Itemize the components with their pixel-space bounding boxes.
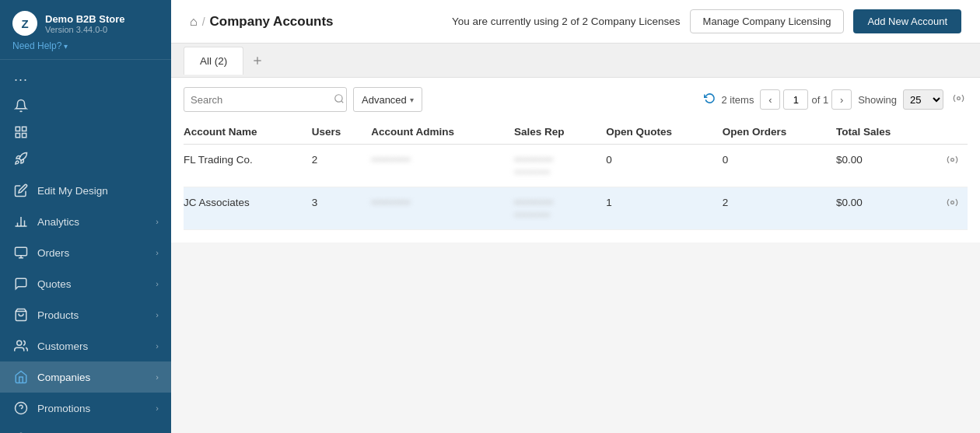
chevron-right-icon: › bbox=[156, 372, 159, 382]
tab-add-button[interactable] bbox=[243, 50, 271, 72]
rocket-icon bbox=[12, 150, 30, 167]
bar-chart-icon bbox=[12, 213, 30, 230]
table-row: JC Associates 3 •••••••••••• •••••••••••… bbox=[184, 187, 968, 230]
per-page-select[interactable]: 25 50 100 bbox=[903, 89, 943, 110]
svg-point-26 bbox=[951, 159, 954, 162]
grid-icon bbox=[12, 124, 30, 141]
sidebar-item-promotions[interactable]: Promotions › bbox=[0, 393, 171, 424]
home-icon[interactable]: ⌂ bbox=[190, 15, 198, 29]
sidebar-item-customers[interactable]: Customers › bbox=[0, 330, 171, 361]
svg-point-23 bbox=[335, 94, 342, 101]
chevron-down-icon: ▾ bbox=[410, 96, 414, 104]
col-account-admins: Account Admins bbox=[371, 120, 514, 145]
svg-rect-1 bbox=[23, 127, 26, 131]
cell-open-quotes: 1 bbox=[606, 187, 723, 230]
sidebar-item-dots[interactable]: ··· bbox=[0, 66, 171, 93]
sidebar-item-quotes[interactable]: Quotes › bbox=[0, 268, 171, 299]
sidebar-item-label: Products bbox=[37, 309, 156, 321]
content-area: All (2) Advanced ▾ bbox=[171, 44, 980, 433]
cell-row-actions bbox=[935, 187, 968, 230]
topbar: ⌂ / Company Accounts You are currently u… bbox=[171, 0, 980, 44]
chevron-right-icon: › bbox=[156, 248, 159, 257]
main-area: ⌂ / Company Accounts You are currently u… bbox=[171, 0, 980, 433]
sidebar-item-label: Customers bbox=[37, 340, 156, 352]
table-body: FL Trading Co. 2 •••••••••••• ••••••••••… bbox=[184, 145, 968, 230]
logo-icon: Z bbox=[12, 11, 37, 36]
row-settings-button[interactable] bbox=[947, 197, 958, 211]
manage-licensing-button[interactable]: Manage Company Licensing bbox=[690, 9, 845, 33]
store-info: Demo B2B Store Version 3.44.0-0 bbox=[45, 13, 125, 34]
chevron-right-icon: › bbox=[156, 341, 159, 351]
svg-rect-0 bbox=[16, 127, 19, 131]
sidebar-header: Z Demo B2B Store Version 3.44.0-0 Need H… bbox=[0, 0, 171, 60]
blurred-admin-email: •••••••••••• bbox=[371, 197, 410, 208]
toolbar-right: 2 items ‹ of 1 › Showing 25 50 100 bbox=[704, 89, 968, 110]
tab-all[interactable]: All (2) bbox=[184, 47, 243, 75]
cell-open-orders: 0 bbox=[723, 145, 836, 187]
sidebar-item-label: Companies bbox=[37, 372, 156, 383]
cell-sales-rep: •••••••••••• •••••••••••• bbox=[514, 145, 606, 187]
bell-icon bbox=[12, 97, 30, 114]
items-count: 2 items bbox=[722, 94, 754, 106]
store-name: Demo B2B Store bbox=[45, 13, 125, 25]
sidebar-item-label: Edit My Design bbox=[37, 185, 159, 197]
blurred-sales-rep-2: •••••••••••• bbox=[514, 167, 550, 176]
search-wrap bbox=[184, 87, 347, 112]
pagination: ‹ of 1 › bbox=[760, 89, 852, 110]
companies-icon bbox=[12, 368, 30, 386]
sidebar-item-orders[interactable]: Orders › bbox=[0, 237, 171, 268]
more-icon: ··· bbox=[12, 71, 30, 88]
col-total-sales: Total Sales bbox=[836, 120, 935, 145]
sidebar-nav: ··· Edit My Design bbox=[0, 60, 171, 433]
page-input[interactable] bbox=[783, 89, 808, 110]
page-title: Company Accounts bbox=[210, 14, 334, 30]
svg-point-25 bbox=[957, 97, 961, 100]
blurred-sales-rep-2: •••••••••••• bbox=[514, 210, 550, 219]
sidebar-item-blog[interactable]: Blog › bbox=[0, 424, 171, 433]
sidebar-item-rocket[interactable] bbox=[0, 145, 171, 172]
column-settings-button[interactable] bbox=[950, 91, 968, 108]
search-input[interactable] bbox=[184, 91, 327, 109]
table-row: FL Trading Co. 2 •••••••••••• ••••••••••… bbox=[184, 145, 968, 187]
cell-account-name: JC Associates bbox=[184, 187, 312, 230]
sidebar-item-notifications[interactable] bbox=[0, 93, 171, 119]
sidebar-item-grid[interactable] bbox=[0, 119, 171, 145]
cell-open-orders: 2 bbox=[723, 187, 836, 230]
need-help-link[interactable]: Need Help? ▾ bbox=[12, 40, 159, 51]
col-open-quotes: Open Quotes bbox=[606, 120, 723, 145]
cell-account-admins: •••••••••••• bbox=[371, 187, 514, 230]
products-icon bbox=[12, 306, 30, 323]
cell-account-name: FL Trading Co. bbox=[184, 145, 312, 187]
sidebar-item-label: Promotions bbox=[37, 403, 156, 414]
breadcrumb-separator: / bbox=[202, 16, 205, 28]
svg-rect-3 bbox=[23, 134, 26, 138]
store-version: Version 3.44.0-0 bbox=[45, 25, 125, 34]
svg-rect-8 bbox=[16, 247, 27, 256]
edit-icon bbox=[12, 182, 30, 199]
chevron-right-icon: › bbox=[156, 279, 159, 288]
next-page-button[interactable]: › bbox=[831, 89, 852, 110]
col-sales-rep: Sales Rep bbox=[514, 120, 606, 145]
refresh-button[interactable] bbox=[704, 93, 716, 107]
cell-users: 2 bbox=[312, 145, 372, 187]
advanced-filter-button[interactable]: Advanced ▾ bbox=[353, 87, 422, 112]
svg-line-24 bbox=[341, 100, 344, 103]
chevron-right-icon: › bbox=[156, 217, 159, 226]
page-total: of 1 bbox=[811, 94, 828, 106]
sidebar-item-products[interactable]: Products › bbox=[0, 299, 171, 330]
orders-icon bbox=[12, 244, 30, 261]
sidebar-item-analytics[interactable]: Analytics › bbox=[0, 206, 171, 237]
svg-point-12 bbox=[17, 340, 22, 345]
chevron-right-icon: › bbox=[156, 403, 159, 413]
sidebar-item-edit-design[interactable]: Edit My Design bbox=[0, 175, 171, 206]
col-open-orders: Open Orders bbox=[723, 120, 836, 145]
sidebar-item-companies[interactable]: Companies › bbox=[0, 361, 171, 393]
row-settings-button[interactable] bbox=[947, 154, 958, 168]
tabs-bar: All (2) bbox=[171, 44, 980, 78]
add-new-account-button[interactable]: Add New Account bbox=[853, 9, 961, 33]
prev-page-button[interactable]: ‹ bbox=[760, 89, 780, 110]
customers-icon bbox=[12, 337, 30, 354]
table-area: Advanced ▾ 2 items ‹ of 1 › bbox=[171, 78, 980, 243]
table-toolbar: Advanced ▾ 2 items ‹ of 1 › bbox=[184, 78, 968, 120]
cell-row-actions bbox=[935, 145, 968, 187]
